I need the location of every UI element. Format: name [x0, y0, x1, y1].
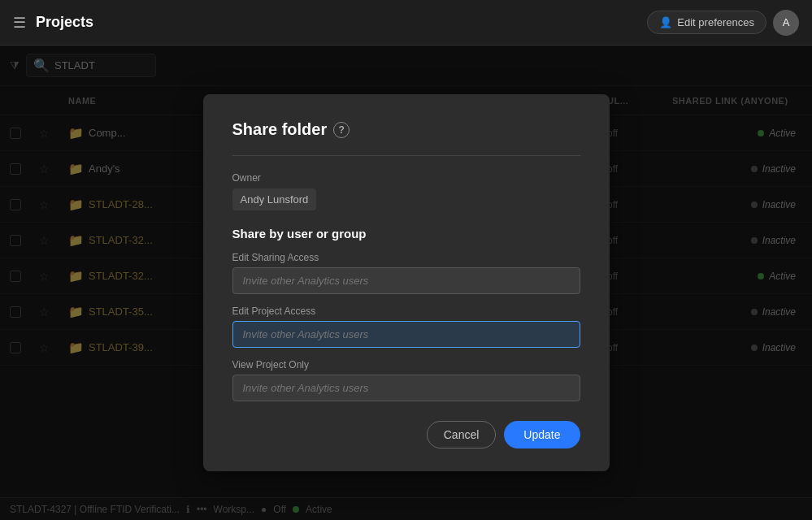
help-icon[interactable]: ? [333, 122, 350, 138]
modal-footer: Cancel Update [232, 421, 580, 448]
divider [232, 155, 580, 156]
modal-title-text: Share folder [232, 120, 328, 139]
owner-label: Owner [232, 172, 580, 184]
edit-project-label: Edit Project Access [232, 306, 580, 317]
view-project-input[interactable] [232, 375, 580, 401]
update-button[interactable]: Update [504, 421, 580, 448]
avatar: A [773, 10, 799, 36]
menu-icon[interactable]: ☰ [13, 14, 26, 32]
edit-sharing-input[interactable] [232, 267, 580, 294]
cancel-button[interactable]: Cancel [427, 421, 497, 448]
table-area: ⧩ 🔍 NAME UL... SHARED LINK (ANYONE) ☆ 📁 … [0, 46, 812, 520]
edit-sharing-field-group: Edit Sharing Access [232, 252, 580, 294]
main-area: ⧩ 🔍 NAME UL... SHARED LINK (ANYONE) ☆ 📁 … [0, 46, 812, 520]
prefs-icon: 👤 [659, 16, 672, 28]
topbar: ☰ Projects 👤 Edit preferences A [0, 0, 812, 46]
share-section-title: Share by user or group [232, 227, 580, 240]
view-project-label: View Project Only [232, 359, 580, 370]
edit-project-field-group: Edit Project Access [232, 306, 580, 348]
view-project-field-group: View Project Only [232, 359, 580, 401]
edit-preferences-button[interactable]: 👤 Edit preferences [647, 11, 766, 34]
topbar-left: ☰ Projects [13, 14, 93, 32]
topbar-right: 👤 Edit preferences A [647, 10, 799, 36]
edit-sharing-label: Edit Sharing Access [232, 252, 580, 263]
edit-project-input[interactable] [232, 321, 580, 348]
app-title: Projects [36, 14, 93, 31]
modal-title-row: Share folder ? [232, 120, 580, 139]
share-folder-modal: Share folder ? Owner Andy Lunsford Share… [203, 94, 610, 471]
modal-overlay: Share folder ? Owner Andy Lunsford Share… [0, 46, 812, 520]
owner-value: Andy Lunsford [232, 188, 317, 210]
